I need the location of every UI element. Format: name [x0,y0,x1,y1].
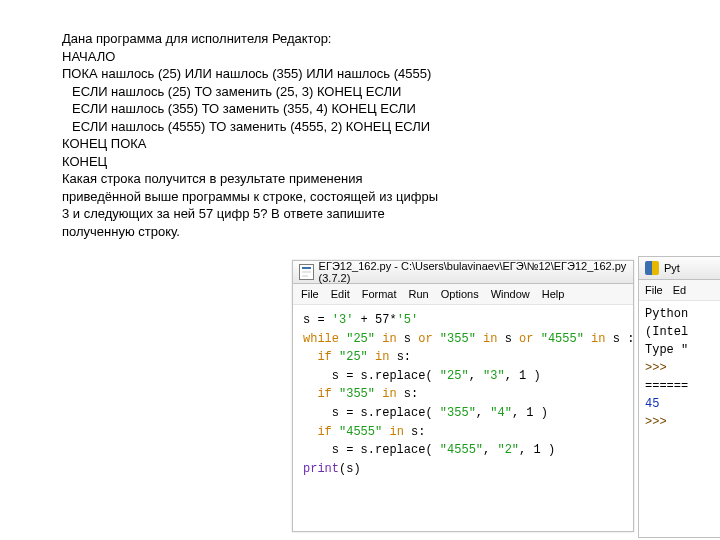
python-icon [645,261,659,275]
shell-menubar: File Ed [639,280,720,301]
code-line: if "355" in s: [303,387,418,401]
line: Какая строка получится в результате прим… [62,170,462,188]
line: ЕСЛИ нашлось (25) ТО заменить (25, 3) КО… [62,83,462,101]
shell-prompt: >>> [645,415,674,429]
code-line: s = '3' + 57*'5' [303,313,418,327]
problem-text: Дана программа для исполнителя Редактор:… [62,30,462,241]
line: ЕСЛИ нашлось (355) ТО заменить (355, 4) … [62,100,462,118]
document-icon [299,264,314,280]
code-line: if "25" in s: [303,350,411,364]
menu-help[interactable]: Help [542,288,565,300]
menu-window[interactable]: Window [491,288,530,300]
line: КОНЕЦ ПОКА [62,135,462,153]
editor-title: ЕГЭ12_162.py - C:\Users\bulavinaev\ЕГЭ\№… [319,260,627,284]
shell-line: Python [645,307,688,321]
menu-run[interactable]: Run [409,288,429,300]
shell-menu-file[interactable]: File [645,284,663,296]
line: полученную строку. [62,223,462,241]
code-line: s = s.replace( "25", "3", 1 ) [303,369,541,383]
shell-output[interactable]: Python (Intel Type " >>> ====== 45 >>> [639,301,720,435]
menu-options[interactable]: Options [441,288,479,300]
code-area[interactable]: s = '3' + 57*'5' while "25" in s or "355… [293,305,633,484]
shell-title: Pyt [664,262,680,274]
line: Дана программа для исполнителя Редактор: [62,30,462,48]
line: НАЧАЛО [62,48,462,66]
code-line: if "4555" in s: [303,425,425,439]
menu-format[interactable]: Format [362,288,397,300]
editor-menubar: File Edit Format Run Options Window Help [293,284,633,305]
shell-line: (Intel [645,325,688,339]
line: КОНЕЦ [62,153,462,171]
code-line: while "25" in s or "355" in s or "4555" … [303,332,634,346]
shell-result: 45 [645,397,659,411]
code-line: s = s.replace( "4555", "2", 1 ) [303,443,555,457]
line: ПОКА нашлось (25) ИЛИ нашлось (355) ИЛИ … [62,65,462,83]
idle-editor-window: ЕГЭ12_162.py - C:\Users\bulavinaev\ЕГЭ\№… [292,260,634,532]
menu-edit[interactable]: Edit [331,288,350,300]
line: приведённой выше программы к строке, сос… [62,188,462,206]
idle-shell-window: Pyt File Ed Python (Intel Type " >>> ===… [638,256,720,538]
editor-titlebar[interactable]: ЕГЭ12_162.py - C:\Users\bulavinaev\ЕГЭ\№… [293,261,633,284]
shell-titlebar[interactable]: Pyt [639,257,720,280]
menu-file[interactable]: File [301,288,319,300]
code-line: s = s.replace( "355", "4", 1 ) [303,406,548,420]
shell-line: Type " [645,343,688,357]
shell-restart: ====== [645,379,688,393]
line: 3 и следующих за ней 57 цифр 5? В ответе… [62,205,462,223]
line: ЕСЛИ нашлось (4555) ТО заменить (4555, 2… [62,118,462,136]
code-line: print(s) [303,462,361,476]
shell-prompt: >>> [645,361,674,375]
shell-menu-edit[interactable]: Ed [673,284,686,296]
